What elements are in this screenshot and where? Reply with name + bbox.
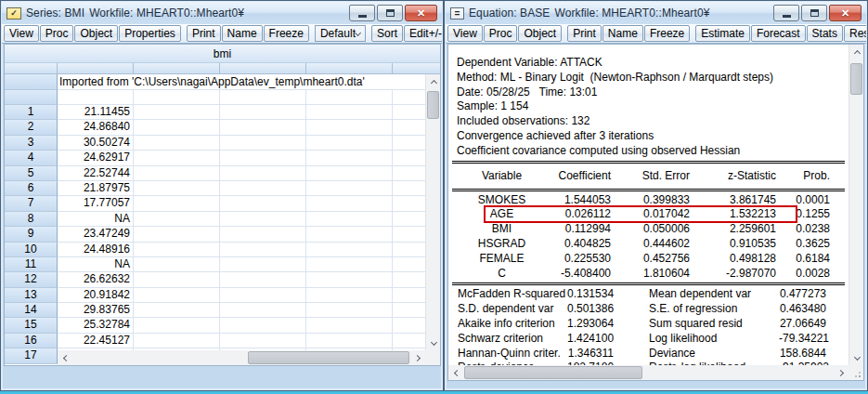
empty-cell[interactable] bbox=[393, 212, 425, 227]
bmi-value-cell[interactable]: 22.45127 bbox=[58, 334, 134, 348]
empty-cell[interactable] bbox=[306, 334, 393, 348]
scroll-up-button[interactable] bbox=[849, 45, 864, 59]
bmi-value-cell[interactable]: 21.11455 bbox=[58, 105, 134, 120]
empty-cell[interactable] bbox=[393, 166, 425, 181]
empty-cell[interactable] bbox=[393, 105, 425, 120]
column-header-cell[interactable] bbox=[306, 63, 393, 74]
bmi-value-cell[interactable]: 26.62632 bbox=[58, 272, 134, 287]
empty-cell[interactable] bbox=[220, 105, 306, 120]
toolbar-button-edit-[interactable]: Edit+/- bbox=[404, 25, 442, 42]
empty-cell[interactable] bbox=[306, 257, 393, 272]
empty-cell[interactable] bbox=[134, 105, 220, 120]
horizontal-scrollbar-thumb[interactable] bbox=[464, 366, 642, 379]
row-header-cell[interactable]: 15 bbox=[5, 318, 58, 333]
toolbar-button-print[interactable]: Print bbox=[187, 25, 221, 42]
empty-cell[interactable] bbox=[220, 243, 306, 257]
empty-cell[interactable] bbox=[393, 90, 425, 105]
vertical-scrollbar-thumb[interactable] bbox=[850, 63, 862, 95]
toolbar-button-name[interactable]: Name bbox=[222, 25, 263, 42]
empty-cell[interactable] bbox=[134, 136, 220, 151]
column-header-cell[interactable] bbox=[393, 63, 440, 74]
row-header-cell[interactable]: 13 bbox=[5, 288, 58, 303]
empty-cell[interactable] bbox=[306, 288, 393, 303]
bmi-value-cell[interactable]: 23.47249 bbox=[58, 227, 134, 242]
empty-cell[interactable] bbox=[220, 318, 306, 333]
empty-cell[interactable] bbox=[306, 136, 393, 151]
minimize-button[interactable] bbox=[349, 5, 375, 21]
horizontal-scrollbar[interactable] bbox=[58, 350, 425, 365]
row-header-cell[interactable]: 11 bbox=[5, 257, 58, 272]
bmi-value-cell[interactable]: 22.52744 bbox=[58, 166, 134, 181]
empty-cell[interactable] bbox=[393, 257, 425, 272]
empty-cell[interactable] bbox=[134, 334, 220, 348]
scroll-right-button[interactable] bbox=[410, 350, 425, 365]
row-header-cell[interactable] bbox=[5, 74, 58, 90]
toolbar-button-stats[interactable]: Stats bbox=[807, 25, 843, 42]
scroll-right-button[interactable] bbox=[834, 365, 849, 380]
row-header-cell[interactable]: 10 bbox=[5, 243, 58, 257]
scroll-down-button[interactable] bbox=[849, 350, 864, 365]
bmi-value-cell[interactable]: 17.77057 bbox=[58, 196, 134, 211]
bmi-value-cell[interactable]: 24.62917 bbox=[58, 151, 134, 165]
toolbar-button-name[interactable]: Name bbox=[602, 25, 643, 42]
column-header-cell[interactable] bbox=[220, 63, 306, 74]
toolbar-button-resids[interactable]: Resids bbox=[844, 25, 866, 42]
scroll-left-button[interactable] bbox=[58, 350, 72, 365]
empty-cell[interactable] bbox=[220, 257, 306, 272]
empty-cell[interactable] bbox=[393, 272, 425, 287]
bmi-value-cell[interactable]: 24.86840 bbox=[58, 120, 134, 135]
empty-cell[interactable] bbox=[134, 243, 220, 257]
empty-cell[interactable] bbox=[134, 288, 220, 303]
empty-cell[interactable] bbox=[134, 318, 220, 333]
row-header-cell[interactable]: 4 bbox=[5, 151, 58, 165]
display-format-dropdown[interactable]: Default bbox=[315, 25, 366, 42]
empty-cell[interactable] bbox=[134, 272, 220, 287]
row-header-cell[interactable]: 2 bbox=[5, 120, 58, 135]
empty-cell[interactable] bbox=[220, 212, 306, 227]
empty-cell[interactable] bbox=[220, 136, 306, 151]
horizontal-scrollbar-track[interactable] bbox=[72, 350, 410, 365]
bmi-value-cell[interactable]: 29.83765 bbox=[58, 303, 134, 318]
empty-cell[interactable] bbox=[134, 212, 220, 227]
toolbar-button-object[interactable]: Object bbox=[74, 25, 118, 42]
empty-cell[interactable] bbox=[306, 272, 393, 287]
bmi-value-cell[interactable]: NA bbox=[58, 257, 134, 272]
row-header-cell[interactable]: 3 bbox=[5, 136, 58, 151]
empty-cell[interactable] bbox=[306, 166, 393, 181]
empty-cell[interactable] bbox=[393, 181, 425, 196]
row-header-cell[interactable]: 6 bbox=[5, 181, 58, 196]
horizontal-scrollbar-track[interactable] bbox=[463, 365, 834, 380]
empty-cell[interactable] bbox=[58, 90, 134, 105]
horizontal-scrollbar[interactable] bbox=[448, 365, 849, 380]
empty-cell[interactable] bbox=[306, 90, 393, 105]
column-header-cell[interactable] bbox=[58, 63, 134, 74]
row-header-cell[interactable]: 7 bbox=[5, 196, 58, 211]
empty-cell[interactable] bbox=[220, 303, 306, 318]
toolbar-button-print[interactable]: Print bbox=[567, 25, 602, 42]
empty-cell[interactable] bbox=[306, 120, 393, 135]
empty-cell[interactable] bbox=[306, 227, 393, 242]
column-header-cell[interactable] bbox=[134, 63, 220, 74]
row-header-cell[interactable]: 14 bbox=[5, 303, 58, 318]
toolbar-button-proc[interactable]: Proc bbox=[484, 25, 518, 42]
empty-cell[interactable] bbox=[220, 120, 306, 135]
empty-cell[interactable] bbox=[306, 151, 393, 165]
resize-grip[interactable] bbox=[849, 365, 863, 380]
empty-cell[interactable] bbox=[220, 90, 306, 105]
empty-cell[interactable] bbox=[220, 288, 306, 303]
toolbar-button-view[interactable]: View bbox=[447, 25, 483, 42]
bmi-value-cell[interactable]: 21.87975 bbox=[58, 181, 134, 196]
empty-cell[interactable] bbox=[220, 334, 306, 348]
scroll-down-button[interactable] bbox=[426, 335, 441, 350]
toolbar-button-view[interactable]: View bbox=[4, 25, 39, 42]
empty-cell[interactable] bbox=[306, 303, 393, 318]
empty-cell[interactable] bbox=[220, 181, 306, 196]
series-window-titlebar[interactable]: ✓ Series: BMI Workfile: MHEART0::Mheart0… bbox=[2, 2, 442, 24]
corner-header-cell[interactable] bbox=[5, 63, 58, 74]
empty-cell[interactable] bbox=[306, 105, 393, 120]
minimize-button[interactable] bbox=[773, 5, 799, 21]
empty-cell[interactable] bbox=[393, 136, 425, 151]
row-header-cell[interactable]: 5 bbox=[5, 166, 58, 181]
toolbar-button-forecast[interactable]: Forecast bbox=[751, 25, 806, 42]
restore-button[interactable] bbox=[377, 5, 403, 21]
